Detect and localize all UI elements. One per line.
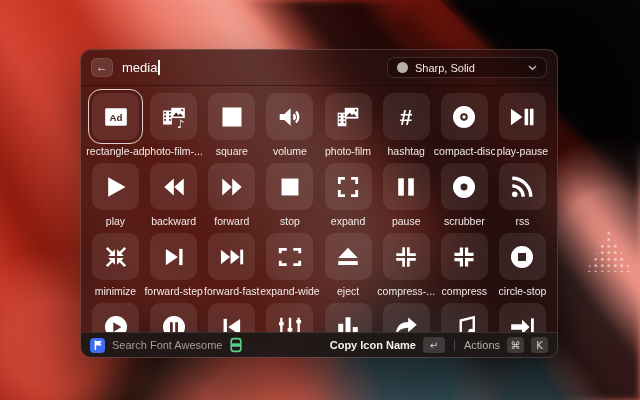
icon-result-cell: compress-... <box>383 233 430 303</box>
icon-tile-expand-wide[interactable] <box>266 233 313 280</box>
photo-film-music-icon: ♪ <box>161 104 187 130</box>
icon-tile-photo-film-music[interactable]: ♪ <box>150 93 197 140</box>
icon-tile-circle-stop[interactable] <box>499 233 546 280</box>
style-dropdown[interactable]: Sharp, Solid <box>387 57 547 78</box>
hashtag-icon: # <box>393 104 419 130</box>
circle-pause-icon <box>161 314 187 334</box>
icon-result-cell: expand <box>325 163 372 233</box>
icon-grid-row: playbackwardforwardstopexpandpausescrubb… <box>92 163 546 233</box>
back-button[interactable]: ← <box>91 58 113 77</box>
icon-tile-forward[interactable] <box>208 163 255 210</box>
music-icon <box>451 314 477 334</box>
pause-icon <box>393 174 419 200</box>
icon-tile-expand[interactable] <box>325 163 372 210</box>
icon-result-cell: forward-fast <box>208 233 255 303</box>
icon-result-cell: #hashtag <box>383 93 430 163</box>
primary-action-label[interactable]: Copy Icon Name <box>330 339 416 351</box>
icon-label: stop <box>259 215 320 227</box>
icon-result-cell: play <box>92 163 139 233</box>
icon-tile-compress[interactable] <box>441 233 488 280</box>
search-input[interactable]: media <box>122 60 160 75</box>
icon-result-cell: play-pause <box>499 93 546 163</box>
icon-tile-play-pause[interactable] <box>499 93 546 140</box>
icon-result-cell: Adrectangle-ad <box>92 93 139 163</box>
compress-icon <box>451 244 477 270</box>
icon-tile-circle-pause[interactable] <box>150 303 197 333</box>
icon-tile-music[interactable] <box>441 303 488 333</box>
play-icon <box>103 174 129 200</box>
chevron-down-icon <box>528 65 537 71</box>
icon-tile-forward-step[interactable] <box>150 233 197 280</box>
icon-result-cell: stop <box>266 163 313 233</box>
actions-button[interactable]: Actions <box>464 339 500 351</box>
icon-tile-compact-disc[interactable] <box>441 93 488 140</box>
icon-tile-compress-wide[interactable] <box>383 233 430 280</box>
icon-label: rectangle-ad <box>85 145 146 157</box>
icon-result-cell: volume <box>266 93 313 163</box>
icon-tile-hashtag[interactable]: # <box>383 93 430 140</box>
icon-tile-rectangle-ad[interactable]: Ad <box>92 93 139 140</box>
icon-tile-volume[interactable] <box>266 93 313 140</box>
font-awesome-flag-icon <box>90 338 105 353</box>
icon-tile-pause[interactable] <box>383 163 430 210</box>
icon-label: pause <box>376 215 437 227</box>
icon-result-cell <box>266 303 313 333</box>
icon-label: forward <box>201 215 262 227</box>
icon-result-cell: eject <box>325 233 372 303</box>
icon-tile-sliders[interactable] <box>266 303 313 333</box>
icon-tile-square[interactable] <box>208 93 255 140</box>
icon-result-cell: expand-wide <box>266 233 313 303</box>
icon-tile-share[interactable] <box>383 303 430 333</box>
icon-tile-stop[interactable] <box>266 163 313 210</box>
icon-result-cell <box>92 303 139 333</box>
icon-result-cell: backward <box>150 163 197 233</box>
icon-grid-row: minimizeforward-stepforward-fastexpand-w… <box>92 233 546 303</box>
icon-result-cell <box>499 303 546 333</box>
icon-tile-backward-step[interactable] <box>208 303 255 333</box>
search-query-text: media <box>122 60 157 75</box>
stop-icon <box>277 174 303 200</box>
icon-result-cell: forward-step <box>150 233 197 303</box>
icon-label: compact-disc <box>434 145 495 157</box>
icon-label: backward <box>143 215 204 227</box>
rss-icon <box>509 174 535 200</box>
icon-result-cell: photo-film <box>325 93 372 163</box>
icon-result-cell: rss <box>499 163 546 233</box>
icon-result-cell <box>441 303 488 333</box>
icon-tile-play[interactable] <box>92 163 139 210</box>
icon-tile-forward-fast[interactable] <box>208 233 255 280</box>
icon-label: play <box>85 215 146 227</box>
icon-result-cell <box>325 303 372 333</box>
photo-film-icon <box>335 104 361 130</box>
circle-stop-icon <box>509 244 535 270</box>
icon-result-cell: scrubber <box>441 163 488 233</box>
icon-tile-eject[interactable] <box>325 233 372 280</box>
svg-text:Ad: Ad <box>109 111 122 122</box>
icon-tile-chart-simple[interactable] <box>325 303 372 333</box>
compress-wide-icon <box>393 244 419 270</box>
sliders-icon <box>277 314 303 334</box>
icon-label: rss <box>492 215 553 227</box>
icon-search-window: ← media Sharp, Solid Adrectangle-ad♪phot… <box>80 49 558 358</box>
icon-result-cell: pause <box>383 163 430 233</box>
return-key-hint: ↵ <box>423 337 445 353</box>
backward-step-icon <box>219 314 245 334</box>
icon-label: photo-film <box>318 145 379 157</box>
style-dot-icon <box>397 62 408 73</box>
icon-label: compress-... <box>376 285 437 297</box>
icon-tile-minimize[interactable] <box>92 233 139 280</box>
forward-step-icon <box>161 244 187 270</box>
icon-tile-scrubber[interactable] <box>441 163 488 210</box>
extension-title: Search Font Awesome <box>112 339 222 351</box>
icon-result-cell: circle-stop <box>499 233 546 303</box>
icon-tile-arrow-right-to-line[interactable] <box>499 303 546 333</box>
icon-tile-rss[interactable] <box>499 163 546 210</box>
icon-tile-circle-play[interactable] <box>92 303 139 333</box>
icon-label: volume <box>259 145 320 157</box>
icon-tile-photo-film[interactable] <box>325 93 372 140</box>
icon-tile-backward[interactable] <box>150 163 197 210</box>
icon-label: expand-wide <box>259 285 320 297</box>
status-bar: Search Font Awesome Copy Icon Name ↵ Act… <box>81 332 557 357</box>
backward-icon <box>161 174 187 200</box>
arrow-right-to-line-icon <box>509 314 535 334</box>
